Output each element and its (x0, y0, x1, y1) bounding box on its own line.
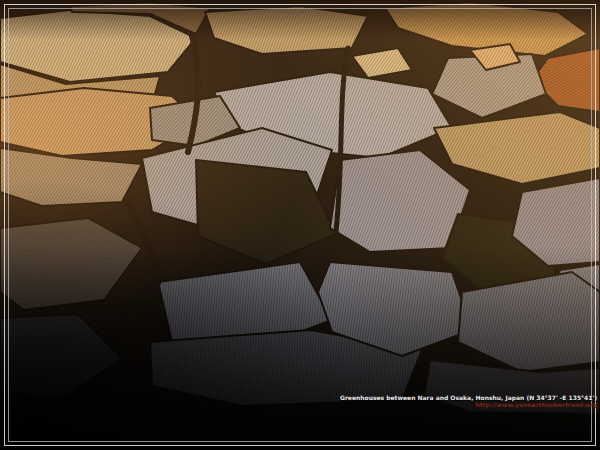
caption-text: Greenhouses between Nara and Osaka, Hons… (340, 394, 597, 401)
wallpaper: Greenhouses between Nara and Osaka, Hons… (0, 0, 600, 450)
photo-caption: Greenhouses between Nara and Osaka, Hons… (340, 394, 597, 408)
aerial-photo (0, 0, 600, 450)
photo-credit-url: http://www.yannarthusbertrand.org (340, 401, 597, 408)
photo-bottom-shadow (0, 0, 600, 450)
